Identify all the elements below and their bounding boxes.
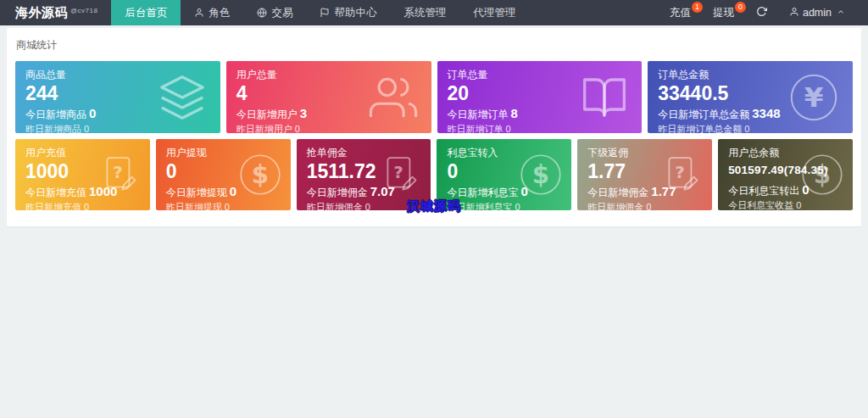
stat-today-label: 今日利息宝转出 [728,185,799,197]
brand-title: 海外源码 [15,5,68,21]
svg-text:?: ? [394,163,403,182]
stat-today-label: 今日新增利息宝 [447,187,518,198]
stat-today-value: 3348 [752,106,780,120]
nav-item-help[interactable]: 帮助中心 [306,0,390,25]
navbar-right: 充值 1 提现 0 admin [659,0,868,25]
refresh-button[interactable] [745,0,778,25]
stat-card-order-amount: 订单总金额 33440.5 今日新增订单总金额3348 昨日新增订单总金额0 ¥ [648,61,853,133]
nav-item-system[interactable]: 系统管理 [390,0,459,25]
stat-yesterday-label: 昨日新增订单 [448,124,504,133]
doc-question-icon: ? [99,153,142,196]
stat-yesterday-value: 0 [225,202,230,210]
admin-dropdown[interactable]: admin [778,0,856,25]
svg-text:$: $ [251,160,268,189]
stat-today-label: 今日新增充值 [25,187,86,198]
main-menu: 后台首页 角色 交易 帮助中心 系统管理 代理管理 [111,0,529,25]
brand-logo: 海外源码 @cv718 [0,0,111,25]
stat-card-recharge: 用户充值 1000 今日新增充值1000 昨日新增充值0 ? [15,139,150,210]
globe-icon [257,8,267,18]
stat-yesterday-label: 昨日新增用户 [236,124,292,133]
stat-yesterday-label: 昨日新增充值 [25,202,81,210]
stat-today-value: 0 [230,184,236,198]
stat-yesterday-value: 0 [365,202,370,210]
stat-card-withdraw: 用户提现 0 今日新增提现0 昨日新增提现0 $ [156,139,291,210]
stat-yesterday-value: 0 [84,124,89,133]
user-icon [194,8,204,18]
users-icon [369,73,418,122]
book-open-icon [581,74,628,121]
svg-text:?: ? [113,163,122,182]
refresh-icon [756,6,767,20]
stat-yesterday-label: 今日利息宝收益 [728,200,793,210]
stat-today-value: 8 [511,106,518,120]
brand-subtitle: @cv718 [70,7,97,14]
dollar-circle-icon: $ [800,153,844,197]
stat-today-label: 今日新增用户 [236,109,298,120]
stat-today-value: 3 [300,106,307,120]
stat-yesterday-value: 0 [646,202,651,210]
stat-today-label: 今日新增订单 [448,109,509,120]
stat-today-label: 今日新增商品 [25,109,86,120]
stat-card-balance: 用户总余额 501597.49(784.35) 今日利息宝转出0 今日利息宝收益… [718,139,853,210]
dollar-circle-icon: $ [519,153,563,197]
dollar-circle-icon: $ [238,153,282,197]
yen-circle-icon: ¥ [788,72,839,123]
svg-text:?: ? [675,163,684,182]
stat-yesterday-label: 昨日新增提现 [166,202,222,210]
stat-yesterday-label: 昨日新增佣金 [307,202,363,210]
nav-item-roles[interactable]: 角色 [181,0,243,25]
stat-yesterday-label: 昨日新增订单总金额 [658,124,742,133]
section-title: 商城统计 [16,38,853,53]
stat-today-label: 今日新增佣金 [587,187,648,198]
stat-yesterday-value: 0 [744,124,749,133]
recharge-button[interactable]: 充值 1 [659,0,702,25]
nav-item-agent[interactable]: 代理管理 [459,0,529,25]
stat-today-label: 今日新增订单总金额 [658,109,749,120]
watermark-link[interactable]: 汉城源码 [407,198,461,215]
stat-today-label: 今日新增佣金 [307,187,368,198]
stat-yesterday-value: 0 [84,202,89,210]
stat-yesterday-value: 0 [796,200,801,210]
doc-question-icon: ? [380,153,422,196]
svg-text:¥: ¥ [804,81,824,114]
svg-text:$: $ [532,160,549,189]
stat-card-rebate: 下级返佣 1.77 今日新增佣金1.77 昨日新增佣金0 ? [577,139,712,210]
stat-yesterday-value: 0 [295,124,300,133]
stat-yesterday-label: 昨日新增商品 [25,124,81,133]
stat-yesterday-label: 昨日新增佣金 [587,202,643,210]
stat-yesterday-value: 0 [515,202,520,210]
withdraw-button[interactable]: 提现 0 [702,0,745,25]
stat-today-value: 0 [89,106,96,120]
layers-icon [158,73,207,122]
svg-text:$: $ [814,160,831,189]
user-icon [789,7,799,20]
chevron-up-icon [837,7,845,19]
doc-question-icon: ? [661,153,704,196]
stat-today-label: 今日新增提现 [166,187,227,198]
stat-card-orders: 订单总量 20 今日新增订单8 昨日新增订单0 [437,61,643,133]
admin-username: admin [803,7,832,19]
stat-yesterday-value: 0 [506,124,511,133]
nav-item-trade[interactable]: 交易 [243,0,306,25]
stat-card-products: 商品总量 244 今日新增商品0 昨日新增商品0 [15,61,220,133]
stats-row-1: 商品总量 244 今日新增商品0 昨日新增商品0 用户总量 4 今日新增用户3 … [15,61,853,133]
stat-card-users: 用户总量 4 今日新增用户3 昨日新增用户0 [226,61,431,133]
nav-item-home[interactable]: 后台首页 [111,0,181,25]
stats-panel: 商城统计 商品总量 244 今日新增商品0 昨日新增商品0 用户总量 4 今日新… [7,28,861,226]
flag-icon [320,8,330,18]
top-navbar: 海外源码 @cv718 后台首页 角色 交易 帮助中心 系统管理 [0,0,868,25]
